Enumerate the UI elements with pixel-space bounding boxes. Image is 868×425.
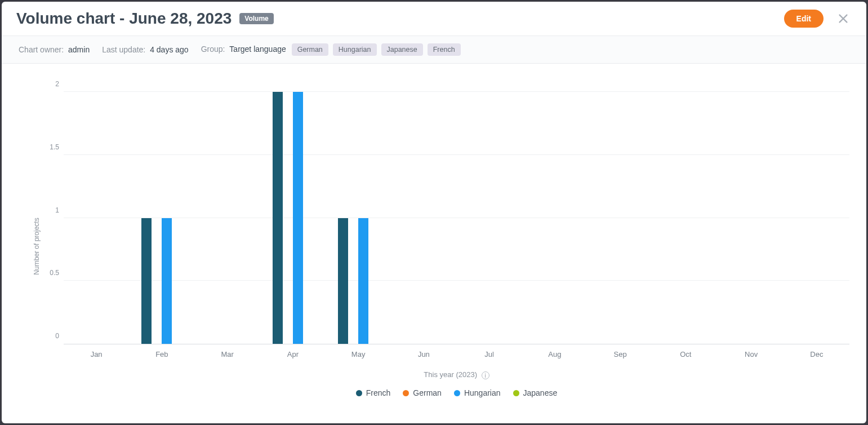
x-tick: Dec [810,350,823,358]
chart-legend: FrenchGermanHungarianJapanese [64,388,849,397]
group-label: Group: [201,45,225,54]
group-tag[interactable]: Japanese [381,43,423,56]
x-tick: Jun [418,350,430,358]
bar-hungarian[interactable] [162,218,172,344]
update-value: 4 days ago [150,45,189,54]
info-icon[interactable]: i [482,371,489,379]
x-tick: Mar [221,350,233,358]
group-field: Group: Target language GermanHungarianJa… [201,43,461,56]
x-tick: Feb [155,350,168,358]
x-tick: Apr [287,350,299,358]
x-tick: Jan [91,350,103,358]
group-tag[interactable]: German [292,43,328,56]
bar-french[interactable] [141,218,152,344]
chart-title: Volume chart - June 28, 2023 [16,10,232,28]
x-tick: Sep [614,350,627,358]
x-tick: Jul [484,350,494,358]
chart-area: Number of projects 00.511.52 JanFebMarAp… [2,64,866,423]
group-value: Target language [229,45,286,54]
group-tag[interactable]: Hungarian [333,43,377,56]
legend-label: German [413,388,442,397]
legend-item[interactable]: Hungarian [454,388,501,397]
legend-item[interactable]: French [356,388,391,397]
y-tick: 2 [48,80,59,88]
group-tags: GermanHungarianJapaneseFrench [292,43,461,56]
x-tick: Oct [680,350,691,358]
y-tick: 0.5 [48,269,59,277]
volume-badge: Volume [239,13,273,24]
modal-header: Volume chart - June 28, 2023 Volume Edit [2,2,866,36]
legend-swatch [513,390,519,396]
close-button[interactable] [835,10,852,27]
x-tick: May [351,350,366,358]
y-tick: 1.5 [48,143,59,151]
meta-bar: Chart owner: admin Last update: 4 days a… [2,36,866,64]
update-field: Last update: 4 days ago [102,45,188,54]
gridline [64,154,849,155]
bar-french[interactable] [273,92,283,344]
gridline [64,91,849,92]
legend-label: French [366,388,391,397]
legend-swatch [454,390,460,396]
bar-hungarian[interactable] [358,218,368,344]
gridline [64,280,849,281]
legend-label: Japanese [523,388,558,397]
group-tag[interactable]: French [428,43,461,56]
chart-plot: 00.511.52 [64,92,849,344]
legend-item[interactable]: Japanese [513,388,558,397]
close-icon [837,12,849,25]
legend-swatch [403,390,409,396]
owner-value: admin [68,45,90,54]
owner-field: Chart owner: admin [19,45,90,54]
x-tick: Nov [745,350,758,358]
y-tick: 1 [48,206,59,214]
update-label: Last update: [102,45,145,54]
x-axis-label: This year (2023) i [64,370,849,379]
legend-item[interactable]: German [403,388,442,397]
legend-swatch [356,390,362,396]
owner-label: Chart owner: [19,45,64,54]
x-tick: Aug [548,350,561,358]
y-tick: 0 [48,332,59,340]
chart-modal: Volume chart - June 28, 2023 Volume Edit… [2,2,866,423]
edit-button[interactable]: Edit [784,10,824,28]
gridline [64,218,849,218]
y-axis-label: Number of projects [33,218,41,275]
x-axis-ticks: JanFebMarAprMayJunJulAugSepOctNovDec [64,350,849,361]
bar-french[interactable] [338,218,348,344]
legend-label: Hungarian [464,388,501,397]
bar-hungarian[interactable] [293,92,303,344]
